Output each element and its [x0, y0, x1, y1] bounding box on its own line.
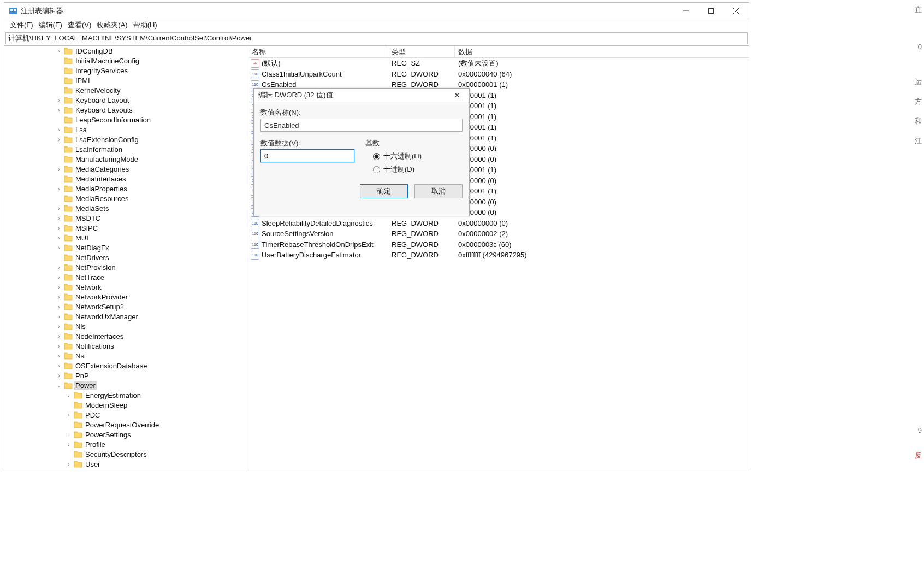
chevron-icon[interactable]: › — [56, 245, 62, 251]
chevron-icon[interactable]: › — [56, 353, 62, 359]
chevron-icon[interactable]: › — [66, 392, 72, 398]
tree-item-notifications[interactable]: ›Notifications — [4, 341, 248, 351]
tree-item-powerrequestoverride[interactable]: PowerRequestOverride — [4, 420, 248, 430]
chevron-icon[interactable]: › — [56, 333, 62, 339]
cancel-button[interactable]: 取消 — [414, 184, 463, 198]
chevron-icon[interactable]: › — [56, 235, 62, 241]
tree-item-networkprovider[interactable]: ›NetworkProvider — [4, 292, 248, 302]
radio-dec[interactable] — [373, 166, 380, 173]
chevron-icon[interactable]: › — [56, 284, 62, 290]
menu-edit[interactable]: 编辑(E) — [39, 20, 62, 30]
tree-item-idconfigdb[interactable]: ›IDConfigDB — [4, 46, 248, 56]
chevron-icon[interactable]: › — [56, 343, 62, 349]
tree-item-securitydescriptors[interactable]: SecurityDescriptors — [4, 449, 248, 459]
header-type[interactable]: 类型 — [388, 46, 455, 57]
tree-item-powersettings[interactable]: ›PowerSettings — [4, 430, 248, 439]
chevron-icon[interactable]: › — [56, 324, 62, 330]
chevron-icon[interactable]: › — [56, 137, 62, 143]
value-name-input[interactable] — [260, 119, 463, 132]
tree-item-nodeinterfaces[interactable]: ›NodeInterfaces — [4, 331, 248, 341]
chevron-icon[interactable]: › — [56, 97, 62, 103]
tree-item-ipmi[interactable]: IPMI — [4, 75, 248, 85]
header-data[interactable]: 数据 — [455, 46, 749, 57]
chevron-icon[interactable]: ⌄ — [56, 383, 62, 389]
tree-item-energyestimation[interactable]: ›EnergyEstimation — [4, 390, 248, 400]
tree-item-netprovision[interactable]: ›NetProvision — [4, 262, 248, 272]
tree-item-nls[interactable]: ›Nls — [4, 321, 248, 331]
value-row[interactable]: 110TimerRebaseThresholdOnDripsExitREG_DW… — [248, 239, 749, 250]
value-row[interactable]: ab(默认)REG_SZ(数值未设置) — [248, 58, 749, 69]
tree-item-keyboard-layouts[interactable]: ›Keyboard Layouts — [4, 105, 248, 115]
tree-item-mediaresources[interactable]: MediaResources — [4, 193, 248, 203]
chevron-icon[interactable]: › — [56, 274, 62, 280]
radio-hex[interactable] — [373, 153, 380, 160]
tree-item-nsi[interactable]: ›Nsi — [4, 351, 248, 361]
tree-item-profile[interactable]: ›Profile — [4, 439, 248, 449]
value-row[interactable]: 110SleepReliabilityDetailedDiagnosticsRE… — [248, 218, 749, 229]
value-data-input[interactable] — [260, 149, 354, 162]
tree-item-manufacturingmode[interactable]: ManufacturingMode — [4, 154, 248, 164]
tree-item-lsainformation[interactable]: LsaInformation — [4, 144, 248, 154]
tree-item-keyboard-layout[interactable]: ›Keyboard Layout — [4, 95, 248, 105]
close-button[interactable] — [724, 3, 749, 19]
tree-item-modernsleep[interactable]: ModernSleep — [4, 400, 248, 410]
chevron-icon[interactable]: › — [56, 107, 62, 113]
tree-item-pnp[interactable]: ›PnP — [4, 371, 248, 380]
tree-item-netdiagfx[interactable]: ›NetDiagFx — [4, 243, 248, 252]
minimize-button[interactable] — [673, 3, 698, 19]
chevron-icon[interactable]: › — [56, 314, 62, 320]
tree-item-networksetup2[interactable]: ›NetworkSetup2 — [4, 302, 248, 311]
tree-item-nettrace[interactable]: ›NetTrace — [4, 272, 248, 282]
chevron-icon[interactable]: › — [66, 432, 72, 438]
value-row[interactable]: 110Class1InitialUnparkCountREG_DWORD0x00… — [248, 69, 749, 80]
tree-item-mediacategories[interactable]: ›MediaCategories — [4, 164, 248, 174]
chevron-icon[interactable]: › — [56, 363, 62, 369]
tree-item-network[interactable]: ›Network — [4, 282, 248, 292]
menu-file[interactable]: 文件(F) — [10, 20, 33, 30]
tree-item-mediaproperties[interactable]: ›MediaProperties — [4, 184, 248, 193]
tree-item-msipc[interactable]: ›MSIPC — [4, 223, 248, 233]
tree-item-networkuxmanager[interactable]: ›NetworkUxManager — [4, 311, 248, 321]
tree-item-kernelvelocity[interactable]: KernelVelocity — [4, 85, 248, 95]
chevron-icon[interactable]: › — [56, 186, 62, 192]
tree-item-netdrivers[interactable]: NetDrivers — [4, 252, 248, 262]
chevron-icon[interactable]: › — [56, 205, 62, 211]
dialog-close-icon[interactable]: ✕ — [449, 91, 465, 99]
value-row[interactable]: 110SourceSettingsVersionREG_DWORD0x00000… — [248, 228, 749, 239]
header-name[interactable]: 名称 — [248, 46, 388, 57]
tree-item-integrityservices[interactable]: IntegrityServices — [4, 66, 248, 75]
chevron-icon[interactable]: › — [66, 412, 72, 418]
tree-item-msdtc[interactable]: ›MSDTC — [4, 213, 248, 223]
chevron-icon[interactable]: › — [66, 461, 72, 467]
chevron-icon[interactable]: › — [56, 215, 62, 221]
tree-item-lsa[interactable]: ›Lsa — [4, 125, 248, 134]
tree-item-mediasets[interactable]: ›MediaSets — [4, 203, 248, 213]
chevron-icon[interactable]: › — [56, 166, 62, 172]
address-bar[interactable]: 计算机\HKEY_LOCAL_MACHINE\SYSTEM\CurrentCon… — [5, 32, 748, 44]
value-row[interactable]: 110UserBatteryDischargeEstimatorREG_DWOR… — [248, 250, 749, 261]
menu-help[interactable]: 帮助(H) — [133, 20, 157, 30]
radio-hex-row[interactable]: 十六进制(H) — [373, 151, 463, 161]
tree-item-pdc[interactable]: ›PDC — [4, 410, 248, 420]
tree-item-mui[interactable]: ›MUI — [4, 233, 248, 243]
chevron-icon[interactable]: › — [56, 127, 62, 133]
tree-item-initialmachineconfig[interactable]: InitialMachineConfig — [4, 56, 248, 66]
chevron-icon[interactable]: › — [56, 304, 62, 310]
chevron-icon[interactable]: › — [56, 294, 62, 300]
menu-view[interactable]: 查看(V) — [68, 20, 91, 30]
chevron-icon[interactable]: › — [56, 373, 62, 379]
chevron-icon[interactable]: › — [56, 225, 62, 231]
radio-dec-row[interactable]: 十进制(D) — [373, 164, 463, 174]
tree-item-lsaextensionconfig[interactable]: ›LsaExtensionConfig — [4, 134, 248, 144]
chevron-icon[interactable]: › — [56, 264, 62, 271]
tree-pane[interactable]: ›IDConfigDBInitialMachineConfigIntegrity… — [4, 46, 248, 471]
chevron-icon[interactable]: › — [56, 48, 62, 54]
tree-item-leapsecondinformation[interactable]: LeapSecondInformation — [4, 115, 248, 125]
ok-button[interactable]: 确定 — [360, 184, 408, 198]
tree-item-mediainterfaces[interactable]: MediaInterfaces — [4, 174, 248, 184]
tree-item-osextensiondatabase[interactable]: ›OSExtensionDatabase — [4, 361, 248, 371]
tree-item-user[interactable]: ›User — [4, 459, 248, 469]
chevron-icon[interactable]: › — [66, 442, 72, 448]
tree-item-power[interactable]: ⌄Power — [4, 380, 248, 390]
tree-item-print[interactable]: ›Print — [4, 469, 248, 471]
